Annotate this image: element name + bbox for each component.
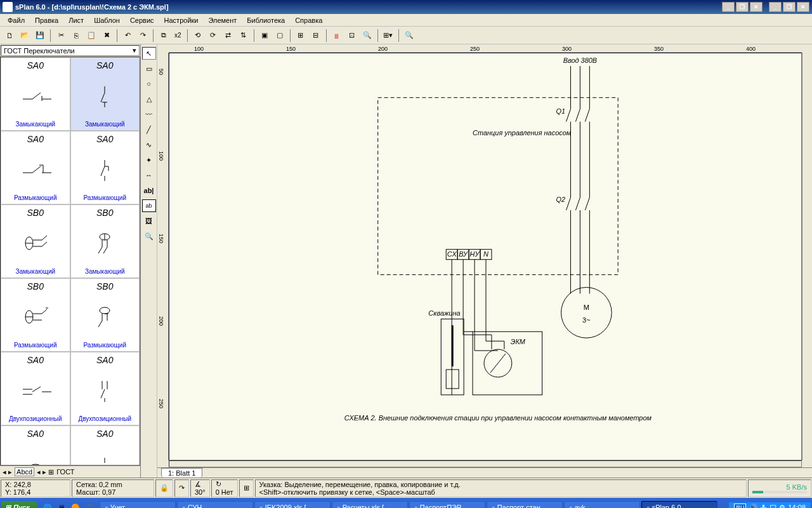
lang-indicator[interactable]: RU: [734, 504, 746, 508]
delete-icon[interactable]: ✖: [100, 29, 114, 43]
options-icon[interactable]: ⊞▾: [381, 29, 395, 43]
new-icon[interactable]: 🗋: [3, 29, 16, 43]
menu-service[interactable]: Сервис: [125, 15, 159, 25]
x2-button[interactable]: x2: [172, 29, 184, 43]
redo-icon[interactable]: ↷: [136, 29, 150, 43]
duplicate-icon[interactable]: ⧉: [157, 29, 171, 43]
library-selector[interactable]: ГОСТ Переключатели ▾: [1, 45, 140, 56]
restore-button[interactable]: ❐: [736, 2, 749, 12]
library-item[interactable]: SA0 Замыкающий: [1, 57, 70, 131]
task-icon: ▫: [415, 504, 417, 508]
library-item[interactable]: SB0 Размыкающий: [70, 278, 140, 352]
label-tool-icon[interactable]: ab: [142, 199, 156, 212]
status-bar: X: 242,8 Y: 176,4 Сетка: 0,2 mm Масшт: 0…: [0, 478, 812, 498]
undo-icon[interactable]: ↶: [121, 29, 134, 43]
status-redo-icon[interactable]: ↷: [174, 479, 189, 497]
circle-tool-icon[interactable]: ○: [142, 77, 156, 90]
flip-v-icon[interactable]: ⇅: [237, 29, 251, 43]
canvas[interactable]: Станция управления насосом Ввод 380В Q1: [169, 53, 802, 460]
text-tool-icon[interactable]: ab|: [142, 184, 156, 197]
library-item[interactable]: SA0 Размыкающий: [1, 131, 70, 204]
library-item[interactable]: SA0 Размыкающий: [70, 131, 140, 204]
poly-tool-icon[interactable]: △: [142, 93, 156, 105]
ql-media-icon[interactable]: 🎵: [83, 501, 96, 508]
cut-icon[interactable]: ✂: [54, 29, 68, 43]
ql-app-icon[interactable]: 🟠: [69, 501, 82, 508]
clock[interactable]: 14:08: [788, 504, 806, 508]
node-tool-icon[interactable]: ✦: [142, 154, 156, 166]
library-item[interactable]: SB0 Замыкающий: [1, 204, 70, 278]
menu-file[interactable]: Файл: [3, 15, 30, 25]
mdi-close-button[interactable]: ✕: [797, 2, 809, 12]
sheet-tab-1[interactable]: 1: Blatt 1: [161, 468, 202, 478]
library-item[interactable]: SA0 Замыкающий: [70, 57, 140, 131]
menu-template[interactable]: Шаблон: [89, 15, 125, 25]
status-grid-icon[interactable]: ⊞: [239, 479, 254, 497]
send-back-icon[interactable]: ▣: [258, 29, 272, 43]
taskbar-task[interactable]: ▫Учет: [100, 501, 176, 508]
rect-tool-icon[interactable]: ▭: [142, 62, 156, 75]
taskbar-task[interactable]: ▫Расчеты.xls […: [332, 501, 408, 508]
ql-ie-icon[interactable]: 🌐: [41, 501, 54, 508]
library-item[interactable]: SA0: [70, 425, 140, 465]
vertical-scrollbar[interactable]: [802, 53, 812, 460]
rotate-left-icon[interactable]: ⟲: [191, 29, 205, 43]
flip-h-icon[interactable]: ⇄: [221, 29, 235, 43]
ungroup-icon[interactable]: ⊟: [309, 29, 323, 43]
line-tool-icon[interactable]: ╱: [142, 123, 156, 136]
zoom-tool-icon[interactable]: 🔍: [142, 230, 156, 243]
taskbar-task[interactable]: ▫sPlan 6.0: [641, 501, 717, 508]
menu-element[interactable]: Элемент: [203, 15, 242, 25]
bezier-tool-icon[interactable]: ∿: [142, 138, 156, 151]
menu-sheet[interactable]: Лист: [63, 15, 89, 25]
menu-help[interactable]: Справка: [290, 15, 327, 25]
tray-icon[interactable]: 🖧: [760, 504, 767, 508]
library-item[interactable]: SA0: [1, 425, 70, 465]
library-item[interactable]: SB0 Замыкающий: [70, 204, 140, 278]
app-icon: [3, 2, 13, 12]
library-item[interactable]: SA0 Двухпозиционный: [70, 352, 140, 425]
taskbar-task[interactable]: ▫ПаспортПЭР…: [409, 501, 485, 508]
lib-item-label: Размыкающий: [14, 342, 57, 349]
sheet-tabs: 1: Blatt 1: [157, 467, 812, 478]
tray-icon[interactable]: 🛡: [769, 504, 776, 508]
close-button[interactable]: ✕: [750, 2, 763, 12]
menu-settings[interactable]: Настройки: [159, 15, 204, 25]
pointer-tool-icon[interactable]: ↖: [142, 47, 156, 60]
taskbar-task[interactable]: ▫avk: [564, 501, 640, 508]
chevron-down-icon: ▾: [133, 46, 136, 55]
status-snap[interactable]: ↻ 0 Нет: [211, 479, 238, 497]
menu-edit[interactable]: Правка: [30, 15, 63, 25]
dim-tool-icon[interactable]: ↔: [142, 169, 156, 182]
image-tool-icon[interactable]: 🖼: [142, 215, 156, 227]
mdi-restore-button[interactable]: ❐: [783, 2, 796, 12]
library-item[interactable]: SB0 Размыкающий: [1, 278, 70, 352]
menu-library[interactable]: Библиотека: [242, 15, 290, 25]
save-icon[interactable]: 💾: [33, 29, 47, 43]
minimize-button[interactable]: _: [722, 2, 735, 12]
mdi-minimize-button[interactable]: _: [769, 2, 782, 12]
rotate-right-icon[interactable]: ⟳: [206, 29, 220, 43]
horizontal-scrollbar[interactable]: [169, 460, 802, 467]
taskbar-task[interactable]: ▫Паспорт стан…: [487, 501, 563, 508]
tray-icon[interactable]: 🔊: [749, 504, 757, 509]
zoom-page-icon[interactable]: 🔍: [402, 29, 416, 43]
bring-front-icon[interactable]: ▢: [273, 29, 287, 43]
copy-icon[interactable]: ⎘: [69, 29, 83, 43]
open-icon[interactable]: 📂: [18, 29, 32, 43]
taskbar-task[interactable]: ▫IEK2009.xls […: [254, 501, 331, 508]
tray-icon[interactable]: ⚙: [779, 504, 785, 509]
ql-desktop-icon[interactable]: 🖥: [55, 501, 68, 508]
status-angle[interactable]: ∡ 30°: [190, 479, 210, 497]
lib-item-symbol: [72, 291, 138, 342]
distribute-icon[interactable]: ⊡: [345, 29, 359, 43]
library-item[interactable]: SA0 Двухпозиционный: [1, 352, 70, 425]
start-button[interactable]: ⊞ Пуск: [1, 501, 37, 509]
paste-icon[interactable]: 📋: [84, 29, 98, 43]
spline-tool-icon[interactable]: 〰: [142, 108, 156, 121]
search-icon[interactable]: 🔍: [360, 29, 374, 43]
align-icon[interactable]: ⫼: [330, 29, 344, 43]
taskbar-task[interactable]: ▫СУН: [177, 501, 253, 508]
group-icon[interactable]: ⊞: [294, 29, 308, 43]
status-lock-icon[interactable]: 🔒: [155, 479, 173, 497]
